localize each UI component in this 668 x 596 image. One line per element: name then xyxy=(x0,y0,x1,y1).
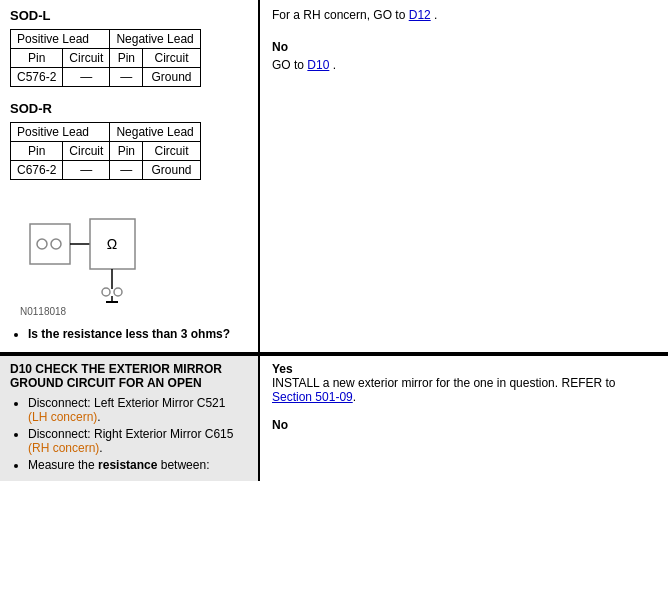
svg-point-7 xyxy=(102,288,110,296)
svg-rect-0 xyxy=(30,224,70,264)
sod-l-neg-header: Negative Lead xyxy=(110,30,200,49)
sod-r-table: Positive Lead Negative Lead Pin Circuit … xyxy=(10,122,201,180)
sod-r-pos-header: Positive Lead xyxy=(11,123,110,142)
no-answer-label: No xyxy=(272,40,656,54)
sod-r-neg-pin-val: — xyxy=(110,161,143,180)
bottom-right-column: Yes INSTALL a new exterior mirror for th… xyxy=(260,354,668,481)
sod-r-circuit-header: Circuit xyxy=(63,142,110,161)
rh-highlight: (RH concern) xyxy=(28,441,99,455)
install-text: INSTALL a new exterior mirror for the on… xyxy=(272,376,615,390)
diagram-label: N0118018 xyxy=(20,306,66,317)
page: SOD-L Positive Lead Negative Lead Pin Ci… xyxy=(0,0,668,596)
diagram-area: Ω N0118018 Is the resistance less than 3… xyxy=(10,194,248,344)
sod-l-neg-circuit-header: Circuit xyxy=(143,49,201,68)
sod-l-neg-pin-val: — xyxy=(110,68,143,87)
section-501-09-link[interactable]: Section 501-09 xyxy=(272,390,353,404)
sod-r-neg-circuit-val: Ground xyxy=(143,161,201,180)
sod-l-block: SOD-L Positive Lead Negative Lead Pin Ci… xyxy=(10,8,248,87)
sod-r-neg-header: Negative Lead xyxy=(110,123,200,142)
no-label: No xyxy=(272,40,288,54)
resistance-question: Is the resistance less than 3 ohms? xyxy=(28,327,230,341)
rh-concern-label: For a RH concern, GO to xyxy=(272,8,409,22)
sod-l-neg-pin-header: Pin xyxy=(110,49,143,68)
resistance-bold: resistance xyxy=(98,458,157,472)
sod-l-table: Positive Lead Negative Lead Pin Circuit … xyxy=(10,29,201,87)
d12-link[interactable]: D12 xyxy=(409,8,431,22)
sod-l-pin-val: C576-2 xyxy=(11,68,63,87)
yes-answer-block: Yes xyxy=(272,362,656,376)
sod-r-block: SOD-R Positive Lead Negative Lead Pin Ci… xyxy=(10,101,248,180)
sod-r-neg-pin-header: Pin xyxy=(110,142,143,161)
circuit-diagram: Ω xyxy=(20,194,180,304)
d10-title: D10 CHECK THE EXTERIOR MIRROR GROUND CIR… xyxy=(10,362,248,390)
sod-r-title: SOD-R xyxy=(10,101,248,116)
lh-highlight: (LH concern) xyxy=(28,410,97,424)
d10-bullet-list: Disconnect: Left Exterior Mirror C521 (L… xyxy=(10,396,248,472)
svg-point-8 xyxy=(114,288,122,296)
go-to-period: . xyxy=(329,58,336,72)
bottom-section: D10 CHECK THE EXTERIOR MIRROR GROUND CIR… xyxy=(0,354,668,481)
d10-bullet-1: Disconnect: Left Exterior Mirror C521 (L… xyxy=(28,396,248,424)
diagram-question-list: Is the resistance less than 3 ohms? xyxy=(10,321,230,344)
right-column-top: For a RH concern, GO to D12 . No GO to D… xyxy=(260,0,668,352)
sod-l-circuit-val: — xyxy=(63,68,110,87)
rh-period: . xyxy=(431,8,438,22)
yes-answer-text: INSTALL a new exterior mirror for the on… xyxy=(272,376,656,404)
sod-r-pin-val: C676-2 xyxy=(11,161,63,180)
d10-bullet-2: Disconnect: Right Exterior Mirror C615 (… xyxy=(28,427,248,455)
rh-concern-text: For a RH concern, GO to D12 . xyxy=(272,8,656,22)
yes-period: . xyxy=(353,390,356,404)
sod-l-pos-header: Positive Lead xyxy=(11,30,110,49)
d10-title-text: D10 CHECK THE EXTERIOR MIRROR GROUND CIR… xyxy=(10,362,222,390)
d10-bullet-3: Measure the resistance between: xyxy=(28,458,248,472)
sod-l-neg-circuit-val: Ground xyxy=(143,68,201,87)
go-to-d10-text: GO to D10 . xyxy=(272,58,656,72)
sod-r-neg-circuit-header: Circuit xyxy=(143,142,201,161)
bottom-left-column: D10 CHECK THE EXTERIOR MIRROR GROUND CIR… xyxy=(0,354,260,481)
no-answer-block-bottom: No xyxy=(272,418,656,432)
svg-point-1 xyxy=(37,239,47,249)
left-column: SOD-L Positive Lead Negative Lead Pin Ci… xyxy=(0,0,260,352)
yes-label: Yes xyxy=(272,362,293,376)
sod-r-pin-header: Pin xyxy=(11,142,63,161)
svg-text:Ω: Ω xyxy=(107,236,117,252)
no-label-bottom: No xyxy=(272,418,288,432)
d10-link[interactable]: D10 xyxy=(307,58,329,72)
sod-l-title: SOD-L xyxy=(10,8,248,23)
sod-l-pin-header: Pin xyxy=(11,49,63,68)
sod-r-circuit-val: — xyxy=(63,161,110,180)
go-to-label: GO to xyxy=(272,58,307,72)
top-section: SOD-L Positive Lead Negative Lead Pin Ci… xyxy=(0,0,668,354)
sod-l-circuit-header: Circuit xyxy=(63,49,110,68)
svg-point-2 xyxy=(51,239,61,249)
